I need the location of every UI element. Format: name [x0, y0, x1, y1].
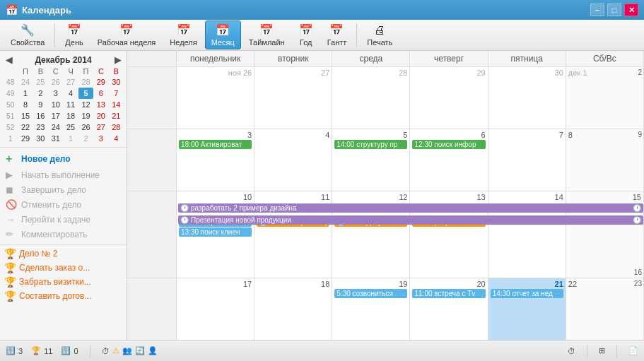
mini-day[interactable]: 9 [33, 99, 48, 110]
toolbar-week[interactable]: 📅 Неделя [163, 20, 203, 49]
mini-day[interactable]: 7 [109, 88, 124, 99]
toolbar-month-label: Месяц [211, 38, 235, 47]
list-item[interactable]: 🏆 Забрать визитки... [0, 275, 127, 289]
cal-day[interactable]: 4 [254, 129, 332, 191]
spanning-event-1[interactable]: 🕐 разработать 2 примера дизайна 🕐 [178, 203, 643, 213]
mini-day[interactable]: 28 [78, 76, 93, 88]
mini-day[interactable]: 21 [109, 110, 124, 122]
mini-day[interactable]: 8 [18, 99, 33, 110]
list-item[interactable]: 🏆 Сделать заказ о... [0, 261, 127, 275]
mini-day[interactable]: 23 [33, 122, 48, 133]
toolbar-properties-label: Свойства [11, 38, 45, 47]
cal-day[interactable]: 28 [332, 67, 410, 129]
mini-day[interactable]: 12 [78, 99, 93, 110]
mini-day[interactable]: 2 [33, 88, 48, 99]
cal-day[interactable]: 29 [410, 67, 488, 129]
calendar-event[interactable]: 14:00 структуру пр [334, 140, 407, 149]
day-header-sun: В [109, 66, 124, 76]
calendar-event[interactable]: 5:30 созвониться [334, 289, 407, 298]
mini-day[interactable]: 1 [63, 133, 78, 144]
cal-day[interactable]: 22 23 [566, 278, 644, 340]
cal-day[interactable]: 19 5:30 созвониться [332, 278, 410, 340]
mini-day[interactable]: 28 [109, 122, 124, 133]
mini-day[interactable]: 19 [78, 110, 93, 122]
cal-day[interactable]: 20 11:00 встреча с Тv [410, 278, 488, 340]
mini-day[interactable]: 27 [63, 76, 78, 88]
mini-day[interactable]: 30 [33, 133, 48, 144]
mini-day[interactable]: 25 [63, 122, 78, 133]
cal-day[interactable]: 17 [177, 278, 254, 340]
task-text: Забрать визитки... [19, 277, 91, 287]
mini-day[interactable]: 16 [33, 110, 48, 122]
mini-day[interactable]: 6 [93, 88, 108, 99]
close-button[interactable]: ✕ [624, 4, 638, 16]
mini-day[interactable]: 13 [93, 99, 108, 110]
mini-day[interactable]: 26 [48, 76, 63, 88]
count-icon-1: 🔢 [6, 346, 16, 355]
toolbar-month[interactable]: 📅 Месяц [205, 20, 241, 49]
mini-day[interactable]: 26 [78, 122, 93, 133]
mini-day[interactable]: 10 [48, 99, 63, 110]
mini-day-today[interactable]: 5 [78, 88, 93, 99]
cal-day[interactable]: 8 9 [566, 129, 644, 191]
prev-month-btn[interactable]: ◀ [6, 55, 12, 65]
mini-day[interactable]: 31 [48, 133, 63, 144]
mini-day[interactable]: 4 [63, 88, 78, 99]
mini-day[interactable]: 17 [48, 110, 63, 122]
cal-day[interactable]: дек 1 2 [566, 67, 644, 129]
mini-day[interactable]: 24 [48, 122, 63, 133]
mini-day[interactable]: 20 [93, 110, 108, 122]
maximize-button[interactable]: □ [607, 4, 621, 16]
cal-day[interactable]: ноя 26 [177, 67, 254, 129]
sidebar-actions: + Новое дело ▶ Начать выполнение ◼ Завер… [0, 148, 127, 244]
calendar-event[interactable]: 11:00 встреча с Тv [412, 289, 485, 298]
status-icon-1[interactable]: ⏱ ⚠ 👥 🔄 👤 [102, 346, 158, 355]
mini-day[interactable]: 15 [18, 110, 33, 122]
cal-day[interactable]: 27 [254, 67, 332, 129]
mini-day[interactable]: 3 [48, 88, 63, 99]
toolbar-workweek[interactable]: 📅 Рабочая неделя [91, 20, 163, 49]
calendar-event[interactable]: 13:30 поиск клиен [179, 227, 252, 237]
cal-day[interactable]: 21 14:30 отчет за нед [488, 278, 566, 340]
mini-day[interactable]: 30 [109, 76, 124, 88]
mini-day[interactable]: 29 [93, 76, 108, 88]
cal-day[interactable]: 3 18:00 Активироват [177, 129, 254, 191]
mini-day[interactable]: 27 [93, 122, 108, 133]
calendar-event[interactable]: 14:30 отчет за нед [491, 289, 563, 298]
spanning-event-2[interactable]: 🕐 Презентация новой продукции 🕐 [178, 215, 643, 225]
mini-day[interactable]: 11 [63, 99, 78, 110]
cal-day[interactable]: 6 12:30 поиск инфор [410, 129, 488, 191]
cal-day[interactable]: 30 [488, 67, 566, 129]
week-num-1: 1 [3, 133, 18, 144]
toolbar-print[interactable]: 🖨 Печать [361, 21, 399, 49]
cal-day[interactable]: 5 14:00 структуру пр [332, 129, 410, 191]
calendar-event[interactable]: 18:00 Активироват [179, 140, 252, 149]
toolbar-properties[interactable]: 🔧 Свойства [4, 20, 51, 49]
timeline-icon: 📅 [259, 23, 274, 37]
mini-day[interactable]: 1 [18, 88, 33, 99]
mini-day[interactable]: 25 [33, 76, 48, 88]
complete-task-label: Завершить дело [21, 185, 86, 195]
calendar-event[interactable]: 12:30 поиск инфор [412, 140, 485, 149]
mini-day[interactable]: 29 [18, 133, 33, 144]
mini-day[interactable]: 3 [93, 133, 108, 144]
next-month-btn[interactable]: ▶ [115, 55, 121, 65]
list-item[interactable]: 🏆 Дело № 2 [0, 247, 127, 261]
mini-day[interactable]: 14 [109, 99, 124, 110]
mini-day[interactable]: 4 [109, 133, 124, 144]
cal-day[interactable]: 7 [488, 129, 566, 191]
mini-day[interactable]: 22 [18, 122, 33, 133]
toolbar-day[interactable]: 📅 День [59, 20, 89, 49]
cal-day[interactable]: 18 [254, 278, 332, 340]
minimize-button[interactable]: – [590, 4, 604, 16]
list-item[interactable]: 🏆 Составить догов... [0, 289, 127, 303]
toolbar-gantt[interactable]: 📅 Гантт [321, 20, 353, 49]
mini-day[interactable]: 2 [78, 133, 93, 144]
toolbar-timeline[interactable]: 📅 Таймлайн [242, 20, 291, 49]
toolbar-year[interactable]: 📅 Год [293, 20, 320, 49]
new-task-action[interactable]: + Новое дело [0, 150, 127, 167]
day-number: 27 [257, 69, 329, 77]
mini-day[interactable]: 18 [63, 110, 78, 122]
week-num-49: 49 [3, 88, 18, 99]
mini-day[interactable]: 24 [18, 76, 33, 88]
